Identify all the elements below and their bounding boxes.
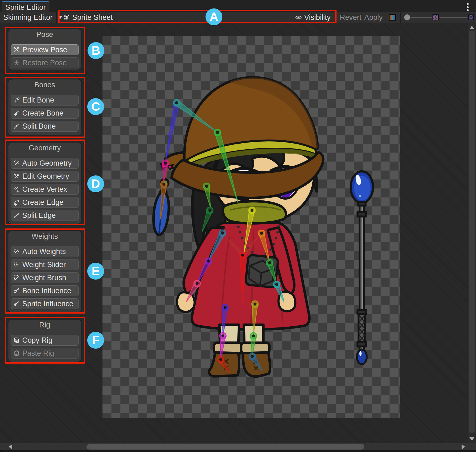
button-label: Split Bone xyxy=(22,122,56,131)
vertical-scrollbar-thumb[interactable] xyxy=(469,31,475,433)
sprite-influence-icon xyxy=(13,301,20,307)
tools-icon xyxy=(13,47,20,53)
zoom-slider-handle[interactable] xyxy=(404,14,410,20)
wand-dots-icon xyxy=(13,160,20,166)
sprite-sheet-icon xyxy=(63,14,70,21)
bone-split-icon xyxy=(13,123,20,129)
skinning-editor-dropdown[interactable]: Skinning Editor xyxy=(3,12,63,23)
window-bottom-edge xyxy=(0,450,476,452)
arrow-up-icon[interactable] xyxy=(469,26,475,29)
arrow-down-icon[interactable] xyxy=(469,437,475,441)
create-edge-button[interactable]: Create Edge xyxy=(11,197,79,208)
panel-rig: Rig Copy Rig Paste Rig xyxy=(8,319,82,362)
weight-brush-button[interactable]: Weight Brush xyxy=(11,272,79,283)
tab-title: Sprite Editor xyxy=(5,3,46,12)
dots-brush-icon xyxy=(13,274,20,281)
button-label: Bone Influence xyxy=(22,287,71,295)
tools-icon xyxy=(13,173,20,179)
preview-pose-button[interactable]: Preview Pose xyxy=(11,44,79,55)
panel-title: Bones xyxy=(8,79,81,90)
bone-influence-button[interactable]: Bone Influence xyxy=(11,285,79,296)
circle-bone-icon xyxy=(13,287,20,294)
mode-dropdown-label: Skinning Editor xyxy=(3,13,53,22)
horizontal-scrollbar[interactable] xyxy=(0,443,476,450)
annotation-badge-f: F xyxy=(87,332,104,349)
toolbar-divider xyxy=(119,12,119,23)
toolbar-divider xyxy=(290,12,290,23)
copy-icon xyxy=(13,337,20,343)
sprite-sheet-button[interactable]: Sprite Sheet xyxy=(63,12,113,23)
dots-grid-icon xyxy=(13,261,20,268)
toolbar: Skinning Editor Sprite Sheet Visibility … xyxy=(0,12,476,23)
button-label: Create Vertex xyxy=(22,185,67,194)
restore-pose-button[interactable]: Restore Pose xyxy=(11,57,79,68)
wizard-girl-sprite xyxy=(152,77,323,376)
panel-bones: Bones Edit Bone Create Bone Split Bone xyxy=(8,79,82,136)
sprite-sheet-label: Sprite Sheet xyxy=(72,13,113,22)
button-label: Weight Brush xyxy=(22,274,66,282)
button-label: Copy Rig xyxy=(22,336,52,345)
kebab-menu-icon[interactable] xyxy=(464,2,471,12)
edge-split-icon xyxy=(13,212,20,219)
edge-add-icon xyxy=(13,199,20,206)
eye-icon xyxy=(295,14,302,21)
button-label: Paste Rig xyxy=(22,349,54,358)
arrow-left-icon[interactable] xyxy=(9,444,12,450)
toolbar-divider xyxy=(56,12,57,23)
alpha-texture-icon[interactable] xyxy=(433,14,439,20)
toolbar-divider xyxy=(337,12,337,23)
alpha-texture-icon[interactable] xyxy=(468,14,474,20)
tab-sprite-editor[interactable]: Sprite Editor xyxy=(2,1,49,13)
panel-title: Geometry xyxy=(8,143,81,153)
sprite-influence-button[interactable]: Sprite Influence xyxy=(11,298,79,309)
rgb-swatch-icon[interactable] xyxy=(389,14,396,21)
paste-icon xyxy=(13,350,20,357)
edit-bone-button[interactable]: Edit Bone xyxy=(11,95,79,106)
panel-title: Pose xyxy=(8,29,81,40)
bone-add-icon xyxy=(13,110,20,116)
auto-geometry-button[interactable]: Auto Geometry xyxy=(11,158,79,169)
button-label: Weight Slider xyxy=(22,261,66,269)
revert-button[interactable]: Revert xyxy=(340,12,362,23)
weight-slider-button[interactable]: Weight Slider xyxy=(11,259,79,270)
zoom-slider-track[interactable] xyxy=(440,17,467,18)
button-label: Create Edge xyxy=(22,198,64,207)
annotation-badge-d: D xyxy=(87,175,104,192)
wand-dots-icon xyxy=(13,248,20,255)
annotation-badge-e: E xyxy=(87,263,104,280)
panel-pose: Pose Preview Pose Restore Pose xyxy=(8,29,82,70)
panel-title: Weights xyxy=(8,231,81,242)
horizontal-scrollbar-thumb[interactable] xyxy=(86,444,364,450)
button-label: Restore Pose xyxy=(22,59,67,67)
panel-geometry: Geometry Auto Geometry Edit Geometry Cre… xyxy=(8,142,82,224)
button-label: Auto Geometry xyxy=(22,159,72,168)
split-bone-button[interactable]: Split Bone xyxy=(11,121,79,132)
create-bone-button[interactable]: Create Bone xyxy=(11,108,79,119)
arrow-right-icon[interactable] xyxy=(462,444,465,450)
visibility-button[interactable]: Visibility xyxy=(295,12,331,23)
button-label: Split Edge xyxy=(22,211,56,220)
visibility-label: Visibility xyxy=(304,13,331,22)
zoom-slider-track[interactable] xyxy=(410,17,432,18)
split-edge-button[interactable]: Split Edge xyxy=(11,210,79,221)
create-vertex-button[interactable]: Create Vertex xyxy=(11,184,79,195)
sprite-editor-window: Sprite Editor Skinning Editor Sprite She… xyxy=(0,0,476,452)
sprite-canvas[interactable] xyxy=(102,36,400,418)
annotation-badge-a: A xyxy=(206,8,222,25)
annotation-badge-c: C xyxy=(87,98,104,115)
copy-rig-button[interactable]: Copy Rig xyxy=(11,335,79,346)
edit-geometry-button[interactable]: Edit Geometry xyxy=(11,171,79,182)
toolbar-divider xyxy=(362,12,362,23)
apply-button[interactable]: Apply xyxy=(364,12,383,23)
annotation-badge-b: B xyxy=(88,42,104,59)
auto-weights-button[interactable]: Auto Weights xyxy=(11,246,79,257)
apply-label: Apply xyxy=(364,13,383,22)
character-sprite xyxy=(102,36,400,418)
button-label: Create Bone xyxy=(22,109,64,117)
toolbar-divider xyxy=(400,12,401,23)
vertex-add-icon xyxy=(13,186,20,193)
vertical-scrollbar[interactable] xyxy=(468,23,476,443)
paste-rig-button[interactable]: Paste Rig xyxy=(11,348,79,359)
panel-title: Rig xyxy=(8,320,81,330)
figure-icon xyxy=(13,60,20,66)
